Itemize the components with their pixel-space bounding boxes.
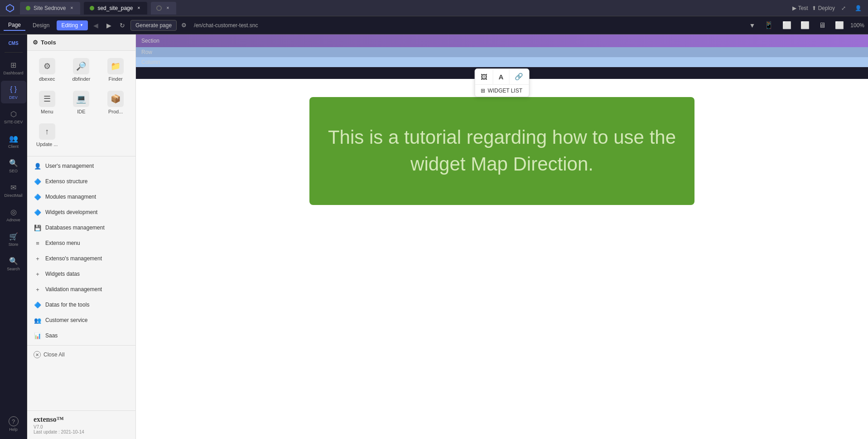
- tab-close-loading[interactable]: ×: [164, 5, 171, 11]
- desktop-device-btn[interactable]: 🖥: [816, 20, 829, 31]
- update-icon: ↑: [39, 123, 55, 140]
- sidebar-item-dev[interactable]: { } DEV: [1, 81, 26, 103]
- sidebar-item-search[interactable]: 🔍 Search: [1, 252, 26, 275]
- menu-item-extensos-management[interactable]: + Extenso's management: [27, 251, 135, 266]
- browser-tab-loading[interactable]: ×: [151, 2, 176, 15]
- tablet-device-btn[interactable]: ⬜: [780, 19, 794, 31]
- menu-item-widgets-development[interactable]: 🔷 Widgets development: [27, 205, 135, 220]
- dbfinder-icon: 🔎: [73, 58, 89, 74]
- editing-button[interactable]: Editing ▼: [57, 20, 88, 30]
- menu-item-saas[interactable]: 📊 Saas: [27, 328, 135, 343]
- sidebar-label-client: Client: [8, 144, 19, 149]
- design-tab[interactable]: Design: [28, 20, 54, 30]
- tool-prod-label: Prod...: [108, 109, 123, 114]
- finder-icon: 📁: [107, 58, 124, 74]
- tools-divider-2: [27, 345, 135, 346]
- tab-close-active[interactable]: ×: [135, 5, 142, 11]
- tools-gear-icon: ⚙: [33, 39, 38, 46]
- sidebar-item-adnove[interactable]: ◎ Adnove: [1, 203, 26, 226]
- cms-label: CMS: [5, 38, 21, 49]
- close-all-icon: ✕: [34, 351, 41, 358]
- browser-bar: Site Sednove × sed_site_page × × ▶ Test …: [0, 0, 868, 16]
- tools-divider: [27, 156, 135, 156]
- sidebar-item-client[interactable]: 👥 Client: [1, 130, 26, 152]
- seo-icon: 🔍: [9, 158, 19, 168]
- sidebar-label-seo: SEO: [9, 169, 18, 173]
- menu-item-customer-service[interactable]: 👥 Customer service: [27, 312, 135, 328]
- extenso-structure-label: Extenso structure: [45, 178, 87, 185]
- adnove-icon: ◎: [9, 207, 19, 217]
- float-link-button[interactable]: 🔗: [509, 69, 529, 84]
- menu-item-extenso-menu[interactable]: ≡ Extenso menu: [27, 235, 135, 251]
- wide-device-btn[interactable]: ⬜: [832, 19, 847, 31]
- menu-item-widgets-datas[interactable]: + Widgets datas: [27, 266, 135, 282]
- tool-dbexec[interactable]: ⚙ dbexec: [31, 54, 63, 85]
- tool-prod[interactable]: 📦 Prod...: [99, 87, 132, 118]
- widget-list-button[interactable]: ⊞ WIDGET LIST: [475, 84, 529, 97]
- store-icon: 🛒: [9, 231, 19, 241]
- generate-page-button[interactable]: Generate page: [130, 20, 177, 31]
- site-dev-icon: ⬡: [9, 109, 19, 119]
- sidebar-divider-top: [5, 52, 23, 53]
- forward-button[interactable]: ▶: [104, 20, 114, 31]
- user-button[interactable]: 👤: [852, 4, 864, 12]
- datas-for-tools-icon: 🔷: [34, 301, 42, 309]
- menu-icon: ☰: [39, 91, 55, 107]
- float-image-button[interactable]: 🖼: [475, 69, 493, 84]
- float-toolbar: 🖼 A 🔗 ⊞ WIDGET LIST: [475, 68, 530, 97]
- sidebar-item-seo[interactable]: 🔍 SEO: [1, 154, 26, 177]
- tool-dbfinder[interactable]: 🔎 dbfinder: [65, 54, 98, 85]
- toolbar-right: ▼ 📱 ⬜ ⬜ 🖥 ⬜ 100%: [746, 19, 864, 31]
- extenso-menu-icon: ≡: [34, 239, 42, 247]
- widgets-development-icon: 🔷: [34, 208, 42, 216]
- editing-chevron: ▼: [80, 23, 83, 27]
- menu-item-users-management[interactable]: 👤 User's management: [27, 158, 135, 174]
- tools-header-label: Tools: [41, 39, 56, 46]
- tool-finder[interactable]: 📁 Finder: [99, 54, 132, 85]
- section-label: Section: [141, 38, 159, 44]
- close-all-button[interactable]: ✕ Close All: [27, 347, 135, 362]
- menu-item-extenso-structure[interactable]: 🔷 Extenso structure: [27, 174, 135, 189]
- col-label: Column: [141, 59, 160, 65]
- svg-point-2: [90, 6, 94, 10]
- users-management-label: User's management: [45, 163, 94, 169]
- settings-button[interactable]: ⚙: [179, 20, 188, 30]
- sidebar-item-directmail[interactable]: ✉ DirectMail: [1, 179, 26, 201]
- browser-tab-site-sednove[interactable]: Site Sednove ×: [20, 2, 80, 15]
- ide-icon: 💻: [73, 91, 89, 107]
- menu-item-datas-for-tools[interactable]: 🔷 Datas for the tools: [27, 297, 135, 312]
- browser-tab-sed-site-page[interactable]: sed_site_page ×: [84, 2, 147, 15]
- menu-item-validation-management[interactable]: + Validation management: [27, 282, 135, 297]
- sidebar-item-help[interactable]: ? Help: [1, 413, 26, 435]
- extensos-management-label: Extenso's management: [45, 255, 102, 262]
- back-button[interactable]: ◀: [91, 20, 101, 31]
- external-link-button[interactable]: ⤢: [839, 4, 849, 12]
- section-row-col-bars: Section Row Column 🖼 A 🔗 ⊞: [136, 34, 868, 67]
- page-tab[interactable]: Page: [4, 20, 25, 31]
- main-toolbar: Page Design Editing ▼ ◀ ▶ ↻ Generate pag…: [0, 16, 868, 34]
- deploy-button[interactable]: ⬆ Deploy: [812, 5, 835, 11]
- tab-close[interactable]: ×: [68, 5, 75, 11]
- tablet-landscape-btn[interactable]: ⬜: [798, 19, 812, 31]
- tools-panel: ⚙ Tools ⚙ dbexec 🔎 dbfinder 📁 Finder ☰ M…: [27, 34, 136, 439]
- users-management-icon: 👤: [34, 162, 42, 170]
- menu-item-modules-managment[interactable]: 🔷 Modules managment: [27, 189, 135, 205]
- menu-item-databases-management[interactable]: 💾 Databases management: [27, 220, 135, 235]
- dropdown-btn[interactable]: ▼: [746, 20, 758, 31]
- mobile-device-btn[interactable]: 📱: [762, 19, 776, 31]
- refresh-button[interactable]: ↻: [117, 20, 128, 31]
- green-content-block: This is a tutorial regarding how to use …: [309, 97, 694, 205]
- sidebar-item-store[interactable]: 🛒 Store: [1, 228, 26, 250]
- sidebar-item-dashboard[interactable]: ⊞ Dashboard: [1, 56, 26, 79]
- play-icon: ▶: [792, 5, 796, 11]
- tool-ide[interactable]: 💻 IDE: [65, 87, 98, 118]
- float-text-button[interactable]: A: [493, 69, 510, 84]
- tools-grid: ⚙ dbexec 🔎 dbfinder 📁 Finder ☰ Menu 💻 ID…: [27, 51, 135, 154]
- test-button[interactable]: ▶ Test: [792, 5, 808, 11]
- datas-for-tools-label: Datas for the tools: [45, 302, 89, 308]
- tab-label: Site Sednove: [34, 5, 66, 11]
- tool-menu[interactable]: ☰ Menu: [31, 87, 63, 118]
- sidebar-item-site-dev[interactable]: ⬡ SITE-DEV: [1, 105, 26, 128]
- sidebar-bottom: ? Help: [1, 413, 26, 435]
- tool-update[interactable]: ↑ Update ...: [31, 120, 63, 151]
